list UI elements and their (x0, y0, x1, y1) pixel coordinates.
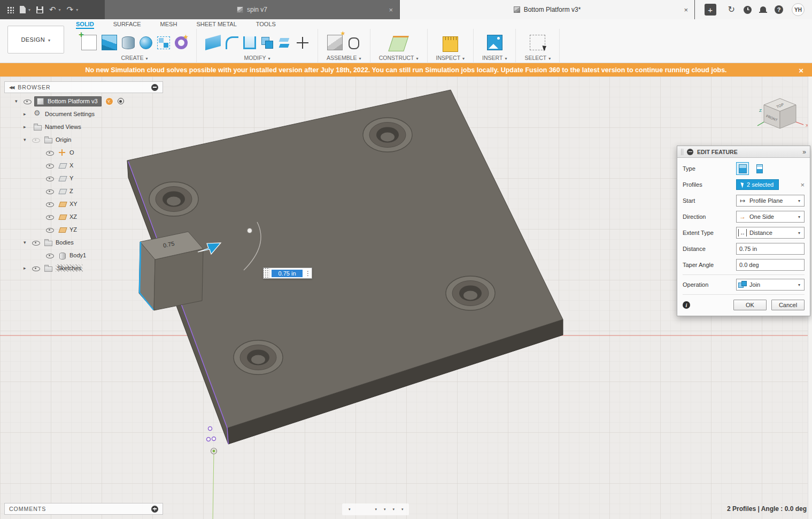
comments-header[interactable]: COMMENTS (4, 503, 163, 515)
viewports-icon[interactable] (400, 507, 404, 512)
tree-row[interactable]: XY (4, 197, 163, 210)
inspect-menu[interactable]: INSPECT (436, 54, 465, 62)
start-dropdown[interactable]: Profile Plane (736, 195, 805, 207)
tree-row[interactable]: X (4, 159, 163, 172)
coil-icon[interactable] (175, 36, 188, 49)
collapse-panel-icon[interactable]: ◀◀ (9, 85, 13, 90)
construct-menu[interactable]: CONSTRUCT (379, 54, 419, 62)
fillet-icon[interactable] (226, 36, 238, 49)
insert-image-icon[interactable] (487, 35, 502, 50)
document-tab[interactable]: Bottom Platform v3* (400, 0, 695, 19)
ok-button[interactable]: OK (733, 300, 767, 310)
activate-component-icon[interactable] (118, 98, 124, 104)
expand-arrow-icon[interactable] (24, 124, 32, 129)
expand-arrow-icon[interactable] (24, 240, 32, 245)
direction-dropdown[interactable]: One Side (736, 211, 805, 223)
select-icon[interactable] (530, 35, 545, 50)
tree-row[interactable]: XZ (4, 210, 163, 223)
file-menu-caret-icon[interactable]: ▾ (28, 7, 30, 12)
close-tab-icon[interactable] (684, 6, 688, 13)
distance-input[interactable]: 0.75 in (272, 270, 303, 277)
clear-selection-icon[interactable] (800, 181, 805, 189)
expand-arrow-icon[interactable] (24, 265, 32, 271)
visibility-eye-icon[interactable] (46, 200, 54, 208)
job-status-icon[interactable] (744, 6, 752, 14)
tree-row[interactable]: Document Settings (4, 108, 163, 120)
tree-row[interactable]: O (4, 146, 163, 159)
undo-icon[interactable] (49, 5, 56, 14)
pattern-icon[interactable] (157, 36, 170, 49)
dialog-header[interactable]: EDIT FEATURE » (677, 146, 810, 158)
redo-caret-icon[interactable]: ▾ (76, 7, 78, 12)
visibility-eye-icon[interactable] (32, 264, 40, 272)
workspace-tab[interactable]: TOOLS (256, 19, 276, 29)
insert-menu[interactable]: INSERT (482, 54, 507, 62)
close-tab-icon[interactable] (389, 6, 393, 13)
box-icon[interactable] (102, 35, 117, 50)
tree-row[interactable]: Named Views (4, 120, 163, 133)
assemble-menu[interactable]: ASSEMBLE (327, 54, 361, 62)
grid-settings-icon[interactable] (392, 507, 395, 512)
drag-handle[interactable] (264, 268, 270, 278)
modify-menu[interactable]: MODIFY (244, 54, 270, 62)
select-menu[interactable]: SELECT (524, 54, 551, 62)
user-avatar[interactable]: YH (792, 3, 805, 16)
distance-field[interactable] (736, 243, 805, 255)
visibility-eye-icon[interactable] (24, 97, 32, 105)
workspace-tab[interactable]: SOLID (76, 19, 94, 29)
tree-row[interactable]: Y (4, 172, 163, 185)
save-icon[interactable] (36, 6, 43, 13)
new-component-icon[interactable] (327, 35, 343, 50)
expand-arrow-icon[interactable] (24, 137, 32, 142)
combine-icon[interactable] (261, 36, 274, 49)
visibility-eye-icon[interactable] (32, 239, 40, 247)
display-settings-icon[interactable] (383, 507, 386, 512)
profiles-selected-button[interactable]: 2 selected (736, 179, 779, 190)
cancel-button[interactable]: Cancel (771, 300, 805, 310)
sphere-icon[interactable] (140, 36, 152, 49)
more-options-icon[interactable] (304, 270, 312, 277)
taper-angle-field[interactable] (736, 259, 805, 271)
undo-caret-icon[interactable]: ▾ (59, 7, 61, 12)
visibility-eye-icon[interactable] (32, 136, 40, 144)
visibility-eye-icon[interactable] (46, 162, 54, 170)
dock-dialog-icon[interactable]: » (802, 148, 806, 156)
collapse-dialog-icon[interactable] (687, 149, 693, 155)
extensions-icon[interactable] (728, 5, 735, 14)
banner-close-icon[interactable]: × (799, 65, 803, 74)
create-menu[interactable]: CREATE (121, 54, 148, 62)
workspace-tab[interactable]: MESH (160, 19, 177, 29)
create-sketch-icon[interactable] (81, 35, 97, 50)
app-menu-icon[interactable] (6, 6, 14, 13)
tree-row[interactable]: Bodies (4, 236, 163, 249)
help-icon[interactable] (775, 5, 783, 14)
extrude-type-button[interactable] (736, 162, 749, 175)
workspace-tab[interactable]: SURFACE (113, 19, 141, 29)
tree-row[interactable]: Sketches (4, 262, 163, 274)
workspace-tab[interactable]: SHEET METAL (196, 19, 236, 29)
tree-row[interactable]: Body1 (4, 249, 163, 262)
visibility-eye-icon[interactable] (46, 187, 54, 195)
operation-dropdown[interactable]: Join (736, 279, 805, 291)
fit-icon[interactable] (374, 507, 377, 512)
add-comment-icon[interactable] (151, 506, 158, 513)
orbit-icon[interactable] (347, 507, 351, 512)
construction-plane-icon[interactable] (388, 36, 408, 51)
extent-type-dropdown[interactable]: Distance (736, 227, 805, 239)
move-copy-icon[interactable] (296, 36, 309, 49)
press-pull-icon[interactable] (205, 35, 221, 50)
browser-header[interactable]: ◀◀ BROWSER (4, 81, 163, 93)
minimize-panel-icon[interactable] (151, 84, 158, 91)
arc-handle[interactable] (248, 228, 252, 233)
drag-grip-icon[interactable] (681, 149, 683, 155)
notifications-icon[interactable] (760, 6, 766, 12)
redo-icon[interactable] (67, 5, 74, 14)
tree-row[interactable]: Bottom Platform v3 Y. (4, 95, 163, 108)
cylinder-icon[interactable] (122, 36, 135, 49)
joint-icon[interactable] (347, 36, 360, 49)
visibility-eye-icon[interactable] (46, 251, 54, 260)
expand-arrow-icon[interactable] (24, 111, 32, 117)
document-tab[interactable]: spin v7 (105, 0, 400, 19)
tree-row[interactable]: YZ (4, 223, 163, 236)
shell-icon[interactable] (243, 36, 256, 49)
